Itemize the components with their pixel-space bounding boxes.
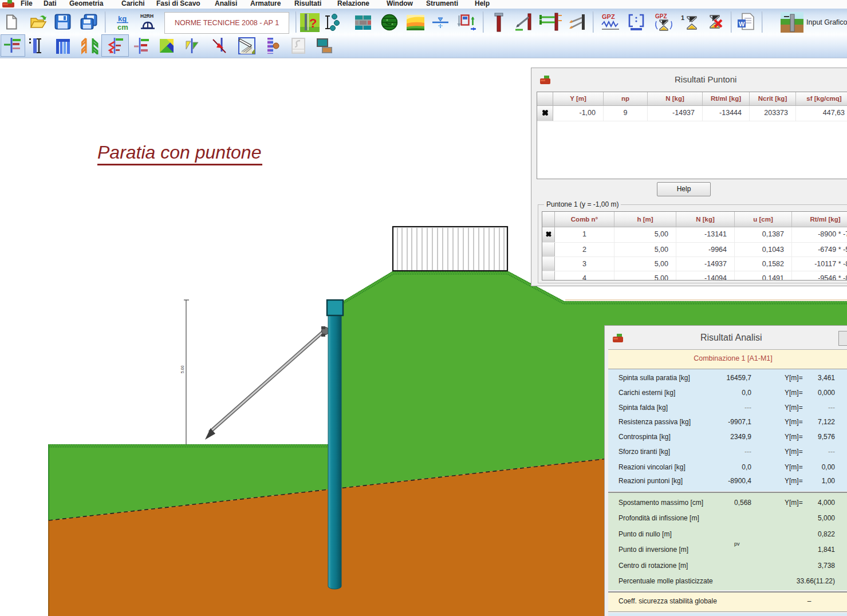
svg-text:GPZ: GPZ <box>602 13 615 20</box>
svg-text:?: ? <box>309 16 317 30</box>
svg-text:5.00: 5.00 <box>180 365 184 373</box>
svg-text:kg: kg <box>118 14 127 23</box>
svg-text:W: W <box>739 21 745 27</box>
svg-text:GPZ: GPZ <box>655 13 667 19</box>
svg-text:H2RH: H2RH <box>140 13 153 19</box>
svg-text:1: 1 <box>681 14 684 21</box>
svg-text:cm: cm <box>117 23 128 31</box>
